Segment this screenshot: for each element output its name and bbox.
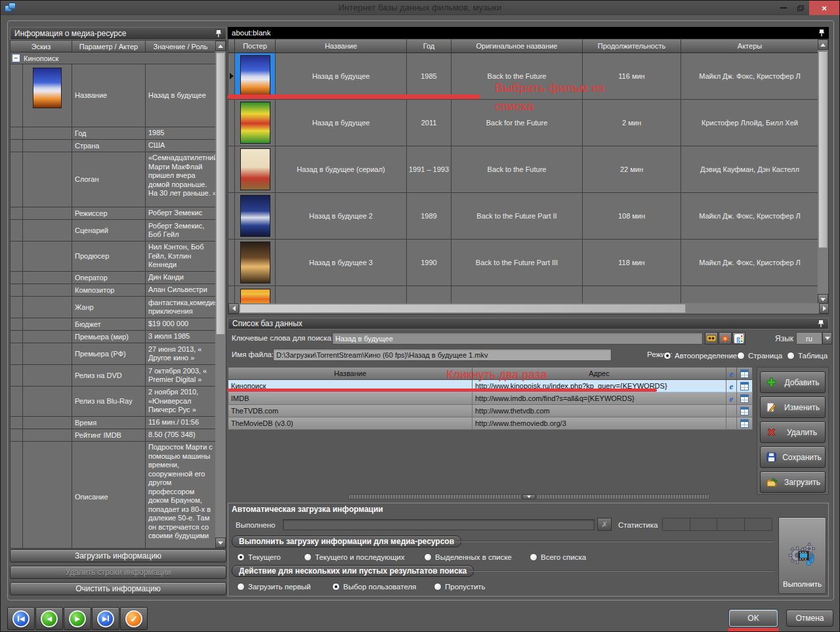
db-row-thetvdb[interactable]: TheTVDB.com http://www.thetvdb.com [228,405,753,417]
col-poster[interactable]: Постер [235,39,276,53]
radio-icon[interactable] [424,553,432,561]
close-button[interactable]: × [809,1,839,15]
edit-button[interactable]: Изменить [760,396,826,418]
nav-last-button[interactable]: ▶ [92,607,119,630]
save-button[interactable]: Сохранить [760,446,826,468]
scroll-down-icon[interactable] [215,537,226,548]
filename-input[interactable]: D:\Загрузки\TorrentStream\Кино (60 fps)\… [273,348,612,361]
scroll-up-icon[interactable] [818,39,828,50]
keywords-input[interactable]: Назад в будущее [332,332,703,345]
scroll-thumb[interactable] [818,51,828,248]
db-row-imdb[interactable]: IMDB http://www.imdb.com/find?s=all&q={K… [228,392,753,405]
info-row[interactable]: Релиз на DVD7 октября 2003, « Premier Di… [10,365,216,387]
clear-info-button[interactable]: Очистить информацию [10,582,226,595]
delete-button[interactable]: Удалить [760,421,826,443]
pin-icon[interactable] [818,320,824,327]
scope-option-current-and-next[interactable]: Текущего и последующих [304,551,405,562]
scroll-thumb[interactable] [240,304,686,313]
info-row[interactable]: ПродюсерНил Кэнтон, Боб Гейл, Кэтлин Кен… [10,242,216,272]
movie-hscrollbar[interactable] [228,303,829,314]
info-row[interactable]: ОписаниеПодросток Марти с помощью машины… [10,442,216,549]
load-button[interactable]: Загрузить [760,471,826,493]
info-group-row[interactable]: − Кинопоиск [10,53,216,64]
pin-icon[interactable] [818,29,825,37]
browser-icon[interactable]: e [726,392,737,405]
info-row[interactable]: Время116 мин./ 01:56 [10,417,216,429]
mode-option-table[interactable]: Таблица [787,349,828,361]
info-scrollbar[interactable] [215,41,226,548]
scope-option-selected[interactable]: Выделенных в списке [424,551,512,562]
nav-first-button[interactable]: ◀ [7,607,35,630]
language-select[interactable]: ru [796,332,822,345]
mode-option-autodetect[interactable]: Автоопределение [663,349,737,361]
col-db-name[interactable]: Название [228,368,472,380]
info-row[interactable]: Жанрфантастика,комедия, приключения [10,297,216,318]
nav-previous-button[interactable]: ◀ [35,607,63,630]
scroll-thumb[interactable] [216,53,225,335]
execute-button[interactable]: Выполнить [778,517,826,594]
radio-icon[interactable] [237,553,245,561]
movie-row[interactable]: Назад в будущее (сериал) 1991 – 1993 Bac… [228,146,819,193]
language-dropdown-icon[interactable] [822,332,832,345]
action-option-skip[interactable]: Пропустить [434,580,486,592]
apply-button[interactable]: ✓ [120,607,148,630]
info-row[interactable]: Год1985 [10,127,216,140]
info-row[interactable]: Слоган«Семнадцатилетний Марти МакФлай пр… [10,152,216,207]
info-row[interactable]: СтранаСША [10,140,216,152]
info-row[interactable]: СценарийРоберт Земекис, Боб Гейл [10,220,216,242]
minimize-button[interactable] [775,1,792,15]
pin-icon[interactable] [215,30,222,37]
splitter-left[interactable] [348,494,521,499]
ok-button[interactable]: OK [729,610,778,627]
col-thumbnail[interactable]: Эскиз [10,41,72,53]
radio-icon[interactable] [332,583,340,591]
info-row[interactable]: Бюджет$19 000 000 [10,318,216,331]
media-search-icon[interactable] [705,332,718,345]
restore-button[interactable] [792,1,809,15]
kinopoisk-icon[interactable] [719,332,732,345]
action-option-user-choice[interactable]: Выбор пользователя [332,580,416,592]
radio-icon[interactable] [737,352,745,360]
table-mode-icon[interactable] [737,405,753,417]
browser-icon[interactable]: e [726,380,737,392]
movie-row[interactable]: Назад в будущее 2 1989 Back to the Futur… [228,193,819,240]
col-title[interactable]: Название [276,39,407,53]
radio-icon[interactable] [434,583,442,591]
info-row[interactable]: ОператорДин Канди [10,272,216,284]
cancel-button[interactable]: Отмена [786,610,833,627]
info-row[interactable]: КомпозиторАлан Сильвестри [10,284,216,297]
movie-vscrollbar[interactable] [818,39,828,305]
table-mode-icon[interactable] [737,380,753,392]
scope-option-whole-list[interactable]: Всего списка [530,551,586,562]
col-original-title[interactable]: Оригинальное название [452,39,583,53]
info-row[interactable]: РежиссерРоберт Земекис [10,207,216,220]
action-option-load-first[interactable]: Загрузить первый [237,580,311,592]
add-button[interactable]: Добавить [760,371,826,393]
table-mode-icon[interactable] [737,392,753,405]
mode-option-page[interactable]: Страница [737,349,782,361]
scroll-left-icon[interactable] [228,303,239,314]
scroll-right-icon[interactable] [819,303,829,314]
col-duration[interactable]: Продолжительность [583,39,681,53]
col-value[interactable]: Значение / Роль [146,41,216,53]
movie-row[interactable]: Назад в будущее 3 1990 Back to the Futur… [228,240,819,286]
radio-icon[interactable] [304,553,312,561]
splitter-collapse-icon[interactable] [522,494,536,499]
db-row-themoviedb[interactable]: TheMovieDB (v3.0) http://www.themoviedb.… [228,417,753,430]
collapse-icon[interactable]: − [12,54,20,62]
radio-icon[interactable] [530,553,537,561]
info-row[interactable]: НазваниеНазад в будущее [10,64,216,127]
radio-icon[interactable] [787,352,795,360]
col-actors[interactable]: Актеры [681,39,819,53]
info-row[interactable]: Релиз на Blu-Ray2 ноября 2010, «Юниверса… [10,387,216,417]
info-row[interactable]: Премьера (РФ)27 июня 2013, « Другое кино… [10,343,216,365]
google-icon[interactable]: g [732,332,746,345]
info-row[interactable]: Рейтинг IMDB8.50 (705 348) [10,429,216,442]
radio-icon[interactable] [663,352,671,360]
nav-next-button[interactable]: ▶ [64,607,91,630]
load-info-button[interactable]: Загрузить информацию [10,549,226,562]
radio-icon[interactable] [237,583,245,591]
scope-option-current[interactable]: Текущего [237,551,281,562]
col-year[interactable]: Год [407,39,452,53]
info-row[interactable]: Премьера (мир)3 июля 1985 [10,331,216,343]
